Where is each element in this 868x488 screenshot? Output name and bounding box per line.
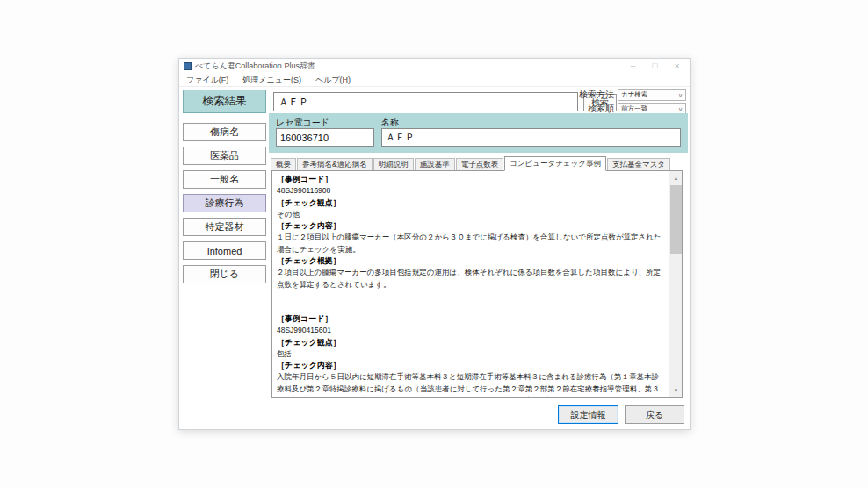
tab-payment-fund-master[interactable]: 支払基金マスタ [607,158,670,171]
search-result-label: 検索結果 [183,90,266,113]
window-title: べてらん君Collaboration Plus辞書 [195,61,315,72]
check-viewpoint-heading: ［チェック観点］ [277,337,663,348]
sidebar-item-disease[interactable]: 傷病名 [183,123,266,141]
category-sidebar: 傷病名 医薬品 一般名 診療行為 特定器材 Infomed 閉じる [183,123,266,289]
name-input[interactable] [381,128,681,147]
chevron-down-icon: ∨ [678,90,683,102]
menu-file[interactable]: ファイル(F) [179,75,235,86]
maximize-icon[interactable]: ☐ [644,59,666,74]
tab-electronic-score[interactable]: 電子点数表 [456,158,504,171]
app-window: べてらん君Collaboration Plus辞書 ─ ☐ ✕ ファイル(F) … [178,58,691,430]
tab-detail-description[interactable]: 明細説明 [373,158,414,171]
close-icon[interactable]: ✕ [666,59,688,74]
case-code-heading: ［事例コード］ [277,313,663,325]
check-case-1: ［事例コード］ 48SJ990116908 ［チェック観点］ その他 ［チェック… [277,174,663,291]
sidebar-item-generic[interactable]: 一般名 [183,170,266,189]
scroll-up-icon[interactable]: ▲ [669,171,683,184]
sidebar-item-treatment[interactable]: 診療行為 [183,194,266,212]
settings-info-button[interactable]: 設定情報 [558,405,618,424]
search-method-label: 検索方法 [579,89,614,101]
record-panel: レセ電コード 名称 [269,113,688,153]
check-viewpoint-value: その他 [277,209,663,220]
check-content-heading: ［チェック内容］ [277,360,663,371]
check-viewpoint-heading: ［チェック観点］ [277,197,663,209]
detail-tabs: 概要 参考病名&適応病名 明細説明 施設基準 電子点数表 コンピュータチェック事… [271,156,671,171]
check-content-heading: ［チェック内容］ [277,220,663,232]
search-order-value: 前方一致 [621,104,647,113]
scrollbar-thumb[interactable] [670,185,682,254]
menu-process[interactable]: 処理メニュー(S) [235,75,308,86]
check-case-text: ［事例コード］ 48SJ990116908 ［チェック観点］ その他 ［チェック… [272,171,668,397]
tab-overview[interactable]: 概要 [271,158,296,171]
app-icon [184,62,192,70]
check-case-2: ［事例コード］ 48SJ990415601 ［チェック観点］ 包括 ［チェック内… [277,313,663,397]
receipt-code-label: レセ電コード [276,117,329,129]
case-code-value: 48SJ990116908 [277,185,663,197]
check-viewpoint-value: 包括 [277,348,663,360]
check-basis-value: ２項目以上の腫瘍マーカーの多項目包括規定の運用は、検体それぞれに係る項目数を合算… [277,267,663,291]
tab-computer-check-cases[interactable]: コンピュータチェック事例 [504,156,606,171]
back-button[interactable]: 戻る [625,405,684,424]
menu-bar: ファイル(F) 処理メニュー(S) ヘルプ(H) [179,74,690,87]
minimize-icon[interactable]: ─ [622,59,644,74]
case-code-heading: ［事例コード］ [277,174,663,185]
desktop-background: べてらん君Collaboration Plus辞書 ─ ☐ ✕ ファイル(F) … [0,0,868,488]
search-input[interactable] [273,92,578,111]
tab-facility-standard[interactable]: 施設基準 [415,158,455,171]
sidebar-item-infomed[interactable]: Infomed [183,241,266,260]
check-content-value: 入院年月日から５日以内に短期滞在手術等基本料３と短期滞在手術等基本料３に含まれる… [277,371,663,397]
title-bar[interactable]: べてらん君Collaboration Plus辞書 ─ ☐ ✕ [179,59,690,74]
receipt-code-input[interactable] [276,128,374,147]
check-case-content[interactable]: ［事例コード］ 48SJ990116908 ［チェック観点］ その他 ［チェック… [271,170,683,398]
vertical-scrollbar[interactable]: ▲ ▼ [669,171,682,397]
sidebar-item-material[interactable]: 特定器材 [183,218,266,236]
case-code-value: 48SJ990415601 [277,325,663,336]
sidebar-item-close[interactable]: 閉じる [183,265,266,283]
menu-help[interactable]: ヘルプ(H) [308,75,358,86]
scroll-down-icon[interactable]: ▼ [669,384,683,397]
check-content-value: １日に２項目以上の腫瘍マーカー（本区分の２から３０までに掲げる検査）を合算しない… [277,232,663,255]
tab-reference-disease[interactable]: 参考病名&適応病名 [297,158,373,171]
search-method-value: カナ検索 [621,90,647,99]
name-label: 名称 [381,117,399,129]
sidebar-item-drug[interactable]: 医薬品 [183,147,266,165]
search-method-select[interactable]: カナ検索 ∨ [618,89,686,101]
check-basis-heading: ［チェック根拠］ [277,255,663,267]
